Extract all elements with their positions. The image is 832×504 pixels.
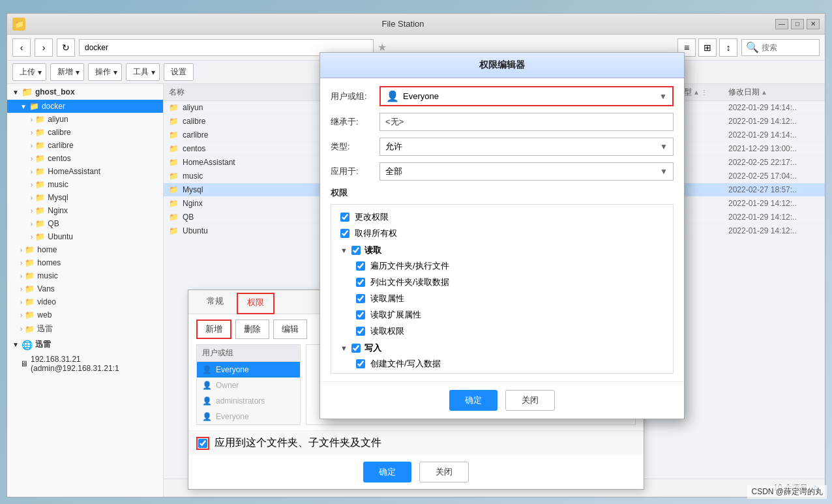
- perm-change-checkbox[interactable]: [340, 213, 349, 222]
- sidebar-item-calibre[interactable]: › 📁 calibre: [7, 126, 163, 139]
- sidebar-item-label: video: [37, 297, 56, 306]
- perm-readattr-checkbox[interactable]: [356, 294, 365, 303]
- new-button[interactable]: 新增 ▾: [50, 63, 84, 81]
- sidebar-item-homes[interactable]: › 📁 homes: [7, 256, 163, 269]
- tab-perms[interactable]: 权限: [237, 293, 275, 314]
- user-item-administrators[interactable]: 👤 administrators: [197, 393, 300, 409]
- folder-icon: 🖥: [20, 359, 28, 368]
- user-item-everyone-2[interactable]: 👤 Everyone: [197, 409, 300, 424]
- sort-button[interactable]: ↕: [719, 38, 737, 57]
- maximize-button[interactable]: □: [791, 19, 804, 29]
- folder-icon: 📁: [35, 154, 45, 163]
- perm-close-button[interactable]: 关闭: [505, 390, 555, 411]
- new-perm-button[interactable]: 新增: [196, 319, 231, 339]
- apply-to-selector[interactable]: 全部 ▼: [379, 162, 674, 181]
- collapse-read-icon[interactable]: ▼: [340, 246, 348, 254]
- sidebar-item-xunlei[interactable]: › 📁 迅雷: [7, 321, 163, 336]
- edit-perm-button[interactable]: 编辑: [273, 319, 307, 339]
- sidebar-item-nginx[interactable]: › 📁 Nginx: [7, 204, 163, 217]
- back-button[interactable]: ‹: [12, 38, 31, 57]
- sort-date-icon[interactable]: ▲: [761, 89, 767, 96]
- more-options-icon[interactable]: ⋮: [701, 89, 707, 96]
- collapse-icon: ▼: [12, 89, 19, 96]
- sidebar-item-webdav-192[interactable]: 🖥 192.168.31.21 (admin@192.168.31.21:1: [7, 353, 163, 375]
- sidebar-group-header-ghost-box[interactable]: ▼ 📁 ghost_box: [7, 84, 163, 100]
- sidebar-item-home[interactable]: › 📁 home: [7, 243, 163, 256]
- user-icon: 👤: [202, 412, 212, 421]
- apply-row: 应用到这个文件夹、子文件夹及文件: [188, 430, 644, 455]
- sidebar-item-music2[interactable]: › 📁 music: [7, 269, 163, 282]
- sidebar-item-homeassistant[interactable]: › 📁 HomeAssistant: [7, 165, 163, 178]
- perm-createfile-checkbox[interactable]: [356, 359, 365, 368]
- sidebar-item-label: Ubuntu: [48, 232, 73, 241]
- perm-listfolder-checkbox[interactable]: [356, 278, 365, 287]
- collapse-icon: ›: [31, 116, 33, 123]
- sidebar-item-label: centos: [48, 154, 70, 163]
- perm-read-checkbox[interactable]: [351, 246, 361, 255]
- sidebar-item-docker[interactable]: ▼ 📁 docker: [7, 100, 163, 113]
- forward-button[interactable]: ›: [35, 38, 53, 57]
- perm-write-checkbox[interactable]: [351, 344, 361, 353]
- perm-read-label: 读取: [364, 245, 381, 256]
- sidebar-item-centos[interactable]: › 📁 centos: [7, 152, 163, 165]
- search-input[interactable]: [762, 43, 814, 52]
- user-group-selector[interactable]: 👤 Everyone ▼: [379, 86, 674, 106]
- upload-button[interactable]: 上传 ▾: [12, 63, 46, 81]
- sidebar-item-ubuntu[interactable]: › 📁 Ubuntu: [7, 230, 163, 243]
- folder-icon: 📁: [169, 144, 179, 153]
- collapse-write-icon[interactable]: ▼: [340, 344, 348, 352]
- confirm-button[interactable]: 确定: [363, 462, 411, 482]
- close-button[interactable]: ✕: [807, 19, 820, 29]
- perm-createfile-label: 创建文件/写入数据: [370, 358, 441, 370]
- delete-perm-button[interactable]: 删除: [235, 319, 269, 339]
- folder-icon: 📁: [25, 258, 35, 267]
- perm-ownership-checkbox[interactable]: [340, 229, 349, 238]
- sidebar-item-label: Nginx: [48, 206, 68, 215]
- perm-readattr-row: 读取属性: [356, 293, 664, 304]
- apply-to-value: 全部: [385, 166, 660, 177]
- action-button[interactable]: 操作 ▾: [88, 63, 122, 81]
- perm-confirm-button[interactable]: 确定: [449, 390, 498, 411]
- sort-type-icon[interactable]: ▲: [693, 89, 700, 96]
- watermark: CSDN @薛定谔的丸: [747, 485, 827, 499]
- refresh-button[interactable]: ↻: [57, 38, 75, 57]
- sidebar-group-header-webdav[interactable]: ▼ 🌐 迅雷: [7, 336, 163, 353]
- perm-traverse-label: 遍历文件夹/执行文件: [370, 260, 449, 272]
- sidebar-item-music[interactable]: › 📁 music: [7, 178, 163, 191]
- apply-checkbox[interactable]: [198, 439, 207, 448]
- folder-icon: 📁: [169, 199, 179, 208]
- sidebar-item-aliyun[interactable]: › 📁 aliyun: [7, 113, 163, 126]
- tools-button[interactable]: 工具 ▾: [126, 63, 160, 81]
- settings-button[interactable]: 设置: [164, 63, 194, 81]
- grid-view-button[interactable]: ⊞: [698, 38, 717, 57]
- sidebar-item-carlibre[interactable]: › 📁 carlibre: [7, 139, 163, 152]
- folder-icon: 📁: [35, 206, 45, 215]
- type-selector[interactable]: 允许 ▼: [379, 138, 674, 156]
- close-dialog-button[interactable]: 关闭: [419, 462, 469, 482]
- perm-readperm-row: 读取权限: [356, 325, 664, 337]
- user-item-owner[interactable]: 👤 Owner: [197, 378, 300, 393]
- perm-listfolder-row: 列出文件夹/读取数据: [356, 276, 664, 288]
- sidebar-item-vans[interactable]: › 📁 Vans: [7, 282, 163, 295]
- user-item-everyone-active[interactable]: 👤 Everyone: [197, 362, 300, 378]
- collapse-icon: ›: [20, 259, 22, 267]
- perm-readperm-checkbox[interactable]: [356, 327, 365, 336]
- perm-readextattr-checkbox[interactable]: [356, 310, 365, 319]
- collapse-icon: ▼: [12, 341, 19, 348]
- sidebar-item-video[interactable]: › 📁 video: [7, 295, 163, 308]
- sidebar-item-qb[interactable]: › 📁 QB: [7, 217, 163, 230]
- sidebar-item-label: Vans: [37, 284, 54, 293]
- perm-traverse-checkbox[interactable]: [356, 261, 365, 271]
- search-box[interactable]: 🔍: [741, 39, 820, 56]
- folder-icon: 📁: [22, 87, 33, 97]
- sidebar-item-web[interactable]: › 📁 web: [7, 308, 163, 321]
- user-item-label: Everyone: [216, 365, 249, 374]
- minimize-button[interactable]: —: [775, 19, 788, 29]
- property-dialog-footer: 确定 关闭: [188, 455, 644, 489]
- perms-section-label: 权限: [331, 187, 674, 199]
- user-item-label: Everyone: [216, 412, 249, 421]
- tab-general[interactable]: 常规: [196, 290, 234, 314]
- perm-write-label: 写入: [364, 342, 381, 354]
- collapse-icon: ›: [31, 207, 33, 215]
- sidebar-item-mysql[interactable]: › 📁 Mysql: [7, 191, 163, 204]
